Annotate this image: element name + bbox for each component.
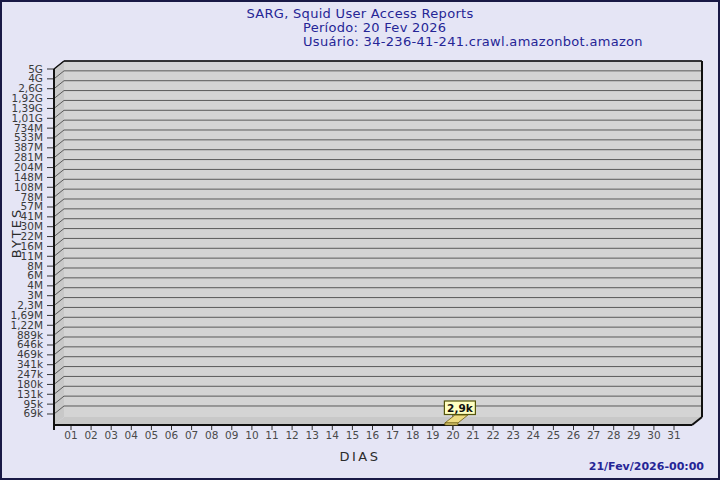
x-tick-label: 17 bbox=[386, 429, 399, 441]
bar-front-face bbox=[445, 423, 458, 425]
x-tick-label: 07 bbox=[185, 429, 198, 441]
x-tick-label: 28 bbox=[607, 429, 620, 441]
x-tick-label: 16 bbox=[366, 429, 380, 441]
x-tick-label: 25 bbox=[547, 429, 560, 441]
x-tick-label: 23 bbox=[507, 429, 520, 441]
x-tick-label: 11 bbox=[265, 429, 278, 441]
y-axis-title: BYTES bbox=[9, 208, 24, 259]
x-tick-label: 14 bbox=[326, 429, 340, 441]
bytes-per-day-chart: 5G4G2,6G1,92G1,39G1,01G734M533M387M281M2… bbox=[2, 2, 720, 480]
x-tick-label: 15 bbox=[346, 429, 359, 441]
x-tick-label: 05 bbox=[145, 429, 158, 441]
point-label-text: 2,9k bbox=[447, 402, 474, 414]
plot-back-wall bbox=[64, 61, 702, 417]
x-tick-label: 04 bbox=[125, 429, 139, 441]
x-tick-label: 06 bbox=[165, 429, 179, 441]
x-tick-label: 30 bbox=[647, 429, 660, 441]
x-tick-label: 29 bbox=[627, 429, 640, 441]
x-tick-label: 24 bbox=[527, 429, 541, 441]
x-tick-label: 31 bbox=[667, 429, 680, 441]
x-tick-label: 10 bbox=[245, 429, 258, 441]
x-tick-label: 21 bbox=[466, 429, 479, 441]
x-axis-labels: 0102030405060708091011121314151617181920… bbox=[64, 425, 680, 441]
x-tick-label: 08 bbox=[205, 429, 218, 441]
x-tick-label: 03 bbox=[105, 429, 118, 441]
x-tick-label: 01 bbox=[64, 429, 77, 441]
x-tick-label: 26 bbox=[567, 429, 581, 441]
sarg-report-window: SARG, Squid User Access Reports Período:… bbox=[0, 0, 720, 480]
y-tick-label: 69k bbox=[24, 407, 44, 419]
generation-timestamp: 21/Fev/2026-00:00 bbox=[589, 460, 704, 473]
x-tick-label: 27 bbox=[587, 429, 600, 441]
x-tick-label: 19 bbox=[426, 429, 439, 441]
x-tick-label: 20 bbox=[446, 429, 459, 441]
plot-floor bbox=[54, 417, 702, 425]
x-tick-label: 09 bbox=[225, 429, 238, 441]
x-tick-label: 12 bbox=[285, 429, 298, 441]
x-tick-label: 22 bbox=[486, 429, 499, 441]
x-tick-label: 13 bbox=[306, 429, 319, 441]
x-tick-label: 18 bbox=[406, 429, 419, 441]
x-tick-label: 02 bbox=[84, 429, 97, 441]
